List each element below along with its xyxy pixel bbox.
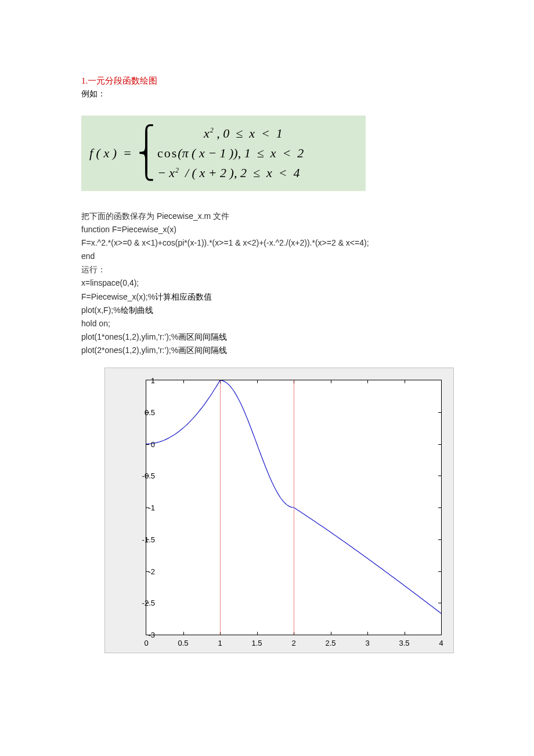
y-tick-label: -0.5	[132, 471, 155, 480]
equation-rhs: x2 , 0 ≤ x < 1 cos(π ( x − 1 )), 1 ≤ x <…	[157, 127, 304, 181]
text-line: 把下面的函数保存为 Piecewise_x.m 文件	[81, 210, 470, 223]
function-curve	[146, 380, 441, 635]
code-line: end	[81, 250, 470, 263]
page: 1.一元分段函数绘图 例如： f ( x ) = ⎧⎪⎨⎪⎩ x2 , 0 ≤ …	[0, 0, 534, 756]
plot-frame: -3-2.5-2-1.5-1-0.500.5100.511.522.533.54	[104, 368, 454, 653]
code-line: F=x.^2.*(x>=0 & x<1)+cos(pi*(x-1)).*(x>=…	[81, 236, 470, 250]
y-tick-label: -3	[132, 631, 155, 639]
y-tick-label: 0	[132, 440, 155, 448]
equation-line-1: x2 , 0 ≤ x < 1	[157, 127, 304, 141]
x-tick-label: 1.5	[251, 639, 262, 647]
plot-container: -3-2.5-2-1.5-1-0.500.5100.511.522.533.54	[104, 368, 470, 653]
section-heading: 1.一元分段函数绘图	[81, 75, 470, 87]
x-tick-label: 1	[218, 639, 222, 647]
example-label: 例如：	[81, 89, 470, 99]
code-line: function F=Piecewise_x(x)	[81, 223, 470, 236]
x-tick-label: 4	[439, 639, 443, 647]
y-tick-label: -2	[132, 567, 155, 575]
code-line: hold on;	[81, 317, 470, 330]
text-line: 运行：	[81, 263, 470, 276]
plot-axes	[146, 380, 442, 635]
code-block: 把下面的函数保存为 Piecewise_x.m 文件 function F=Pi…	[81, 210, 470, 357]
code-line: plot(x,F);%绘制曲线	[81, 304, 470, 317]
brace-icon: ⎧⎪⎨⎪⎩	[138, 135, 157, 172]
x-tick-label: 3.5	[399, 639, 409, 647]
equation-line-2: cos(π ( x − 1 )), 1 ≤ x < 2	[157, 146, 304, 160]
y-tick-label: 0.5	[132, 408, 155, 416]
y-tick-label: 1	[132, 376, 155, 385]
y-tick-label: -2.5	[132, 599, 155, 607]
x-tick-label: 3	[365, 639, 369, 647]
equation-line-3: − x2 / ( x + 2 ), 2 ≤ x < 4	[157, 166, 304, 180]
x-tick-label: 2.5	[325, 639, 335, 647]
equation-box: f ( x ) = ⎧⎪⎨⎪⎩ x2 , 0 ≤ x < 1 cos(π ( x…	[81, 116, 366, 191]
equation-lhs: f ( x ) =	[89, 146, 138, 161]
code-line: F=Piecewise_x(x);%计算相应函数值	[81, 290, 470, 304]
y-tick-label: -1	[132, 503, 155, 512]
x-tick-label: 0.5	[178, 639, 188, 647]
code-line: plot(2*ones(1,2),ylim,'r:');%画区间间隔线	[81, 344, 470, 357]
y-tick-label: -1.5	[132, 535, 155, 543]
x-tick-label: 2	[291, 639, 295, 647]
code-line: plot(1*ones(1,2),ylim,'r:');%画区间间隔线	[81, 330, 470, 344]
x-tick-label: 0	[144, 639, 148, 647]
code-line: x=linspace(0,4);	[81, 276, 470, 290]
